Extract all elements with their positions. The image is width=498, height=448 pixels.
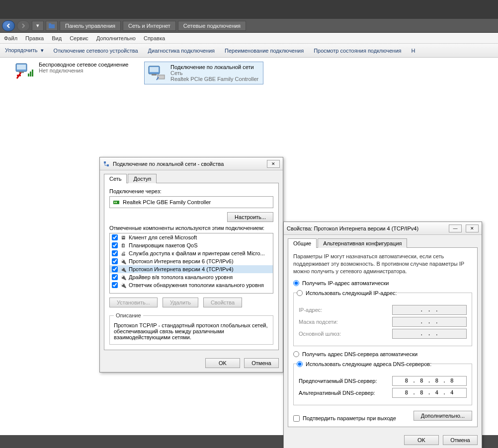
svg-rect-6: [30, 72, 31, 76]
list-item-label: Клиент для сетей Microsoft: [129, 234, 197, 240]
dlg2-tab-alternate[interactable]: Альтернативная конфигурация: [318, 238, 407, 248]
dlg1-ok-button[interactable]: OK: [205, 358, 240, 368]
toolbar-status[interactable]: Просмотр состояния подключения: [314, 48, 401, 54]
description-text: Протокол TCP/IP - стандартный протокол г…: [114, 322, 269, 340]
list-item-label: Служба доступа к файлам и принтерам сете…: [129, 250, 265, 256]
toolbar-rename[interactable]: Переименование подключения: [225, 48, 304, 54]
tcpip-properties-dialog: Свойства: Протокол Интернета версии 4 (T…: [283, 222, 482, 448]
advanced-button[interactable]: Дополнительно...: [414, 411, 472, 421]
radio-auto-dns-input[interactable]: [293, 351, 299, 357]
menu-help[interactable]: Справка: [144, 35, 165, 41]
dlg2-ok-button[interactable]: OK: [404, 435, 439, 445]
svg-rect-9: [150, 67, 159, 72]
remove-button: Удалить: [163, 298, 198, 307]
checkbox[interactable]: [112, 282, 118, 288]
connection-lan[interactable]: Подключение по локальной сети Сеть Realt…: [144, 62, 263, 84]
toolbar-more[interactable]: Н: [412, 48, 415, 54]
dlg2-titlebar[interactable]: Свойства: Протокол Интернета версии 4 (T…: [284, 222, 482, 235]
menu-tools[interactable]: Сервис: [70, 35, 88, 41]
checkbox[interactable]: [112, 234, 118, 240]
radio-auto-dns-label: Получить адрес DNS-сервера автоматически: [302, 351, 417, 357]
subnet-mask-label: Маска подсети:: [299, 319, 338, 325]
radio-auto-ip[interactable]: Получить IP-адрес автоматически: [293, 280, 472, 286]
svg-rect-3: [17, 65, 26, 70]
breadcrumb-network-internet[interactable]: Сеть и Интернет: [123, 21, 176, 31]
navigation-bar: ▾ Панель управления Сеть и Интернет Сете…: [0, 19, 498, 33]
dlg1-title: Подключение по локальной сети - свойства: [113, 161, 224, 167]
checkbox[interactable]: [112, 266, 118, 272]
svg-rect-5: [28, 74, 29, 76]
share-icon: 🖨: [120, 250, 127, 257]
radio-auto-ip-label: Получить IP-адрес автоматически: [302, 280, 389, 286]
preferred-dns-label: Предпочитаемый DNS-сервер:: [299, 378, 377, 384]
dlg1-close-button[interactable]: ✕: [267, 160, 280, 168]
confirm-checkbox[interactable]: [293, 415, 300, 422]
checkbox[interactable]: [112, 258, 118, 264]
checkbox[interactable]: [112, 274, 118, 280]
menu-advanced[interactable]: Дополнительно: [96, 35, 136, 41]
dlg2-cancel-button[interactable]: Отмена: [443, 435, 478, 445]
dlg2-close-button[interactable]: ✕: [466, 224, 479, 232]
wireless-title: Беспроводное сетевое соединение: [39, 62, 128, 68]
radio-auto-dns[interactable]: Получить адрес DNS-сервера автоматически: [293, 351, 472, 357]
properties-button[interactable]: Свойства: [203, 298, 242, 307]
list-item-label: Протокол Интернета версии 6 (TCP/IPv6): [129, 258, 234, 264]
radio-auto-ip-input[interactable]: [293, 280, 299, 286]
dlg1-cancel-button[interactable]: Отмена: [244, 358, 279, 368]
lan-network: Сеть: [170, 70, 258, 76]
dlg1-tab-network[interactable]: Сеть: [104, 174, 127, 183]
confirm-label: Подтвердить параметры при выходе: [303, 415, 396, 421]
preferred-dns-input[interactable]: 8 . 8 . 8 . 8: [392, 376, 467, 386]
svg-rect-16: [116, 202, 117, 203]
checkbox[interactable]: [112, 250, 118, 256]
lan-icon: [147, 64, 166, 82]
protocol-icon: 🔌: [120, 258, 127, 265]
svg-rect-1: [49, 23, 51, 25]
list-item: 🖥Клиент для сетей Microsoft: [110, 233, 273, 241]
dlg2-tab-general[interactable]: Общие: [288, 238, 317, 248]
radio-manual-dns-label: Использовать следующие адреса DNS-сервер…: [306, 361, 431, 367]
configure-button[interactable]: Настроить...: [227, 212, 273, 222]
menu-file[interactable]: Файл: [4, 35, 17, 41]
adapter-field[interactable]: Realtek PCIe GBE Family Controller: [109, 196, 273, 208]
list-item-label: Драйвер в/в тополога канального уровня: [129, 274, 233, 280]
list-item: 🔌Драйвер в/в тополога канального уровня: [110, 273, 273, 281]
connection-wireless[interactable]: Беспроводное сетевое соединение Нет подк…: [15, 62, 134, 79]
up-button[interactable]: ▾: [32, 21, 44, 31]
checkbox[interactable]: [112, 242, 118, 248]
radio-manual-ip-input[interactable]: [297, 290, 303, 296]
dlg2-minimize-button[interactable]: —: [449, 224, 462, 232]
radio-manual-dns-input[interactable]: [297, 361, 303, 367]
folder-icon: [46, 21, 58, 31]
list-item: 🗓Планировщик пакетов QoS: [110, 241, 273, 249]
toolbar-organize[interactable]: Упорядочить ▾: [5, 47, 44, 54]
menu-edit[interactable]: Правка: [25, 35, 44, 41]
info-text: Параметры IP могут назначаться автоматич…: [293, 253, 472, 275]
svg-rect-11: [158, 75, 165, 79]
dlg1-tab-access[interactable]: Доступ: [128, 174, 157, 183]
responder-icon: 🔌: [120, 282, 127, 289]
components-label: Отмеченные компоненты используются этим …: [109, 225, 273, 231]
menu-view[interactable]: Вид: [52, 35, 62, 41]
list-item-selected: 🔌Протокол Интернета версии 4 (TCP/IPv4): [110, 265, 273, 273]
radio-manual-ip-label: Использовать следующий IP-адрес:: [306, 290, 397, 296]
radio-manual-dns[interactable]: Использовать следующие адреса DNS-сервер…: [297, 361, 431, 367]
svg-rect-15: [114, 202, 115, 203]
dlg1-titlebar[interactable]: Подключение по локальной сети - свойства…: [100, 157, 283, 170]
confirm-checkbox-row[interactable]: Подтвердить параметры при выходе: [293, 415, 396, 422]
alternate-dns-input[interactable]: 8 . 8 . 4 . 4: [392, 388, 467, 398]
breadcrumb-control-panel[interactable]: Панель управления: [60, 21, 121, 31]
toolbar-disable[interactable]: Отключение сетевого устройства: [54, 48, 138, 54]
connect-via-label: Подключение через:: [109, 188, 273, 194]
description-box: Описание Протокол TCP/IP - стандартный п…: [109, 312, 273, 345]
toolbar-diagnose[interactable]: Диагностика подключения: [148, 48, 215, 54]
breadcrumb-network-connections[interactable]: Сетевые подключения: [178, 21, 246, 31]
list-item: 🔌Протокол Интернета версии 6 (TCP/IPv6): [110, 257, 273, 265]
ip-address-label: IP-адрес:: [299, 307, 322, 313]
back-button[interactable]: [2, 20, 15, 31]
radio-manual-ip[interactable]: Использовать следующий IP-адрес:: [297, 290, 397, 296]
subnet-mask-input: . . .: [392, 317, 467, 327]
install-button[interactable]: Установить...: [109, 298, 158, 307]
components-list[interactable]: 🖥Клиент для сетей Microsoft 🗓Планировщик…: [109, 233, 273, 294]
list-item-label: Ответчик обнаружения топологии канальног…: [129, 282, 264, 288]
